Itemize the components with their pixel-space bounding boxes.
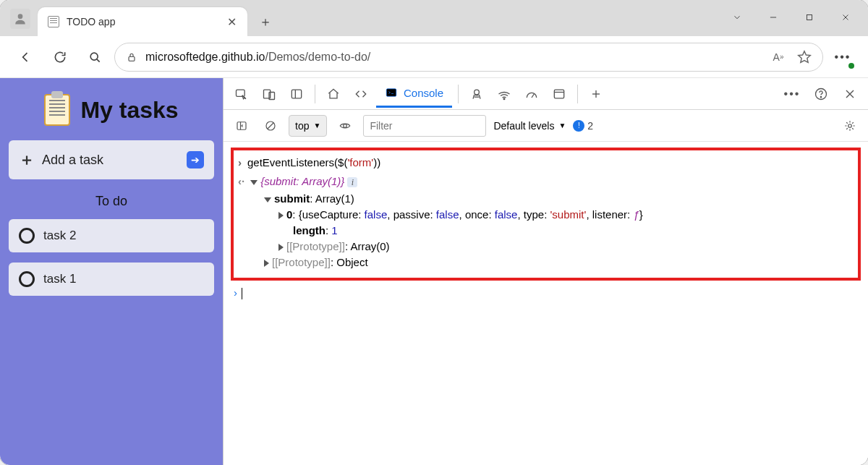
clipboard-icon <box>44 94 70 126</box>
svg-point-16 <box>503 98 505 99</box>
dock-side-icon[interactable] <box>284 82 309 106</box>
window-controls <box>719 4 864 30</box>
browser-toolbar: microsoftedge.github.io/Demos/demo-to-do… <box>0 36 868 78</box>
svg-rect-17 <box>554 90 563 98</box>
console-output[interactable]: › getEventListeners($('form')) ‹· {submi… <box>224 142 868 465</box>
svg-point-0 <box>18 14 23 19</box>
read-aloud-icon[interactable]: A» <box>770 49 786 65</box>
console-context-selector[interactable]: top ▼ <box>289 115 327 137</box>
todo-app-panel: My tasks ＋ Add a task ➔ To do task 2 tas… <box>0 78 223 465</box>
browser-tab[interactable]: TODO app ✕ <box>38 7 247 36</box>
console-output-line[interactable]: ‹· {submit: Array(1)}i <box>238 172 854 191</box>
svg-rect-11 <box>292 90 301 98</box>
console-issues-badge[interactable]: ! 2 <box>573 120 593 132</box>
browser-title-bar: TODO app ✕ ＋ <box>0 0 868 36</box>
console-input-line: › getEventListeners($('form')) <box>238 153 854 172</box>
highlighted-console-region: › getEventListeners($('form')) ‹· {submi… <box>231 148 861 281</box>
svg-point-22 <box>820 96 821 97</box>
console-sidebar-toggle[interactable] <box>231 115 252 137</box>
performance-tab-icon[interactable] <box>519 82 544 106</box>
issues-count-icon: ! <box>573 120 584 132</box>
tab-title: TODO app <box>67 16 226 27</box>
refresh-button[interactable] <box>45 42 75 72</box>
profile-avatar[interactable] <box>10 9 30 29</box>
svg-rect-7 <box>129 56 135 61</box>
browser-menu-button[interactable]: ••• <box>827 42 858 72</box>
console-object-row[interactable]: [[Prototype]]: Object <box>238 255 854 270</box>
search-button[interactable] <box>80 42 110 72</box>
devtools-close-icon[interactable] <box>838 82 862 106</box>
task-checkbox[interactable] <box>19 271 35 287</box>
plus-icon: ＋ <box>19 149 35 171</box>
device-emulation-icon[interactable] <box>257 82 281 106</box>
live-expression-icon[interactable] <box>334 115 356 137</box>
url-text: microsoftedge.github.io/Demos/demo-to-do… <box>145 51 370 64</box>
svg-point-29 <box>344 124 347 127</box>
console-tab[interactable]: Console <box>376 80 452 108</box>
tab-favicon <box>48 16 59 27</box>
console-levels-selector[interactable]: Default levels ▼ <box>493 120 566 132</box>
welcome-tab-icon[interactable] <box>321 82 346 106</box>
network-tab-icon[interactable] <box>492 82 516 106</box>
task-checkbox[interactable] <box>19 228 35 244</box>
devtools-tabs: Console ••• <box>224 78 868 110</box>
favorite-icon[interactable] <box>796 49 812 65</box>
window-dropdown-icon[interactable] <box>719 4 755 30</box>
notification-dot <box>848 63 854 69</box>
add-task-button[interactable]: ＋ Add a task ➔ <box>9 140 214 179</box>
task-label: task 2 <box>43 229 76 243</box>
svg-rect-8 <box>237 90 245 96</box>
console-tab-label: Console <box>404 87 443 99</box>
window-minimize-button[interactable] <box>755 4 791 30</box>
console-toolbar: top ▼ Default levels ▼ ! 2 <box>224 110 868 142</box>
submit-arrow-icon[interactable]: ➔ <box>187 151 204 168</box>
console-object-row[interactable]: [[Prototype]]: Array(0) <box>238 239 854 255</box>
svg-rect-2 <box>807 15 812 20</box>
console-object-row[interactable]: 0: {useCapture: false, passive: false, o… <box>238 207 854 223</box>
svg-rect-13 <box>386 89 396 97</box>
elements-tab-icon[interactable] <box>349 82 373 106</box>
console-filter-input[interactable] <box>363 115 486 137</box>
console-prompt[interactable]: › <box>231 281 861 305</box>
task-item[interactable]: task 2 <box>9 219 214 252</box>
new-tab-button[interactable]: ＋ <box>253 9 278 34</box>
inspect-element-icon[interactable] <box>229 82 254 106</box>
application-tab-icon[interactable] <box>547 82 571 106</box>
window-maximize-button[interactable] <box>791 4 827 30</box>
more-tabs-icon[interactable] <box>584 82 608 106</box>
context-label: top <box>295 120 309 132</box>
address-bar[interactable]: microsoftedge.github.io/Demos/demo-to-do… <box>114 43 823 72</box>
console-object-row[interactable]: submit: Array(1) <box>238 191 854 207</box>
task-item[interactable]: task 1 <box>9 263 214 296</box>
svg-line-6 <box>97 59 100 61</box>
console-settings-icon[interactable] <box>839 115 861 137</box>
todo-section-title: To do <box>9 194 214 209</box>
devtools-panel: Console ••• top <box>223 78 868 465</box>
devtools-more-icon[interactable]: ••• <box>780 82 804 106</box>
window-close-button[interactable] <box>827 4 864 30</box>
app-title: My tasks <box>80 97 178 124</box>
console-clear-icon[interactable] <box>260 115 281 137</box>
add-task-label: Add a task <box>42 153 179 168</box>
svg-point-15 <box>475 90 480 95</box>
lock-icon <box>125 51 138 64</box>
console-object-row[interactable]: length: 1 <box>238 223 854 239</box>
back-button[interactable] <box>10 42 41 72</box>
devtools-help-icon[interactable] <box>809 82 833 106</box>
task-label: task 1 <box>43 272 76 286</box>
tab-close-icon[interactable]: ✕ <box>226 16 237 27</box>
svg-line-28 <box>268 123 273 129</box>
svg-point-30 <box>848 124 852 127</box>
sources-tab-icon[interactable] <box>464 82 489 106</box>
svg-point-5 <box>90 53 98 60</box>
